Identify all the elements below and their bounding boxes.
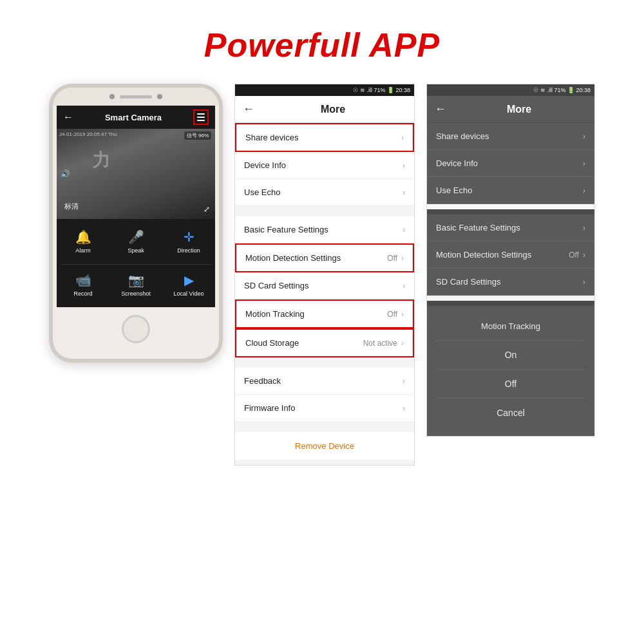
app2-device-info-label: Device Info (436, 158, 478, 168)
app2-basic-feature[interactable]: Basic Feature Settings › (427, 214, 594, 242)
app2-device-info[interactable]: Device Info › (427, 150, 594, 177)
screenshot-icon: 📷 (128, 272, 144, 288)
app2-gap2 (427, 301, 594, 306)
app2-use-echo-chevron: › (583, 186, 585, 195)
app1-use-echo-label: Use Echo (244, 187, 280, 197)
record-icon: 📹 (75, 272, 91, 288)
motion-tracking-on-button[interactable]: On (436, 341, 585, 370)
app1-feedback-chevron: › (402, 377, 405, 386)
local-video-button[interactable]: ▶ Local Video (162, 269, 215, 301)
content-area: ← Smart Camera J4-01-2019 20:05:47 Thu 信… (0, 64, 644, 466)
app1-motion-tracking-label: Motion Tracking (245, 309, 305, 319)
motion-tracking-dialog: Motion Tracking On Off Cancel (427, 306, 594, 436)
app1-sd-card-chevron: › (402, 281, 405, 290)
app2-motion-detection[interactable]: Motion Detection Settings Off › (427, 242, 594, 269)
app2-motion-detection-value: Off (569, 251, 579, 260)
app1-gap1 (235, 211, 414, 216)
app1-back-button[interactable]: ← (243, 102, 254, 116)
app2-basic-feature-chevron: › (583, 223, 585, 232)
app2-section-top: Share devices › Device Info › Use Echo › (427, 123, 594, 204)
app1-title: More (260, 104, 406, 115)
app1-motion-detection-chevron: › (401, 254, 404, 263)
motion-tracking-cancel-button[interactable]: Cancel (436, 399, 585, 427)
app1-remove-device[interactable]: Remove Device (235, 432, 414, 460)
app1-section-3: Feedback › Firmware Info › (235, 368, 414, 422)
camera-signal: 信号 96% (184, 131, 211, 140)
app2-use-echo[interactable]: Use Echo › (427, 177, 594, 204)
phone-body: ← Smart Camera J4-01-2019 20:05:47 Thu 信… (49, 84, 223, 363)
app1-gap2 (235, 363, 414, 368)
camera-fullscreen-icon[interactable]: ⤢ (204, 205, 210, 214)
phone-back-icon[interactable]: ← (63, 111, 73, 123)
speak-button[interactable]: 🎤 Speak (109, 225, 162, 258)
app2-basic-feature-label: Basic Feature Settings (436, 223, 520, 232)
app-screen-2: ☉ ≋ .ill 71% 🔋 20:38 ← More Share device… (426, 84, 595, 437)
app1-device-info[interactable]: Device Info › (235, 152, 414, 179)
app1-motion-tracking[interactable]: Motion Tracking Off › (235, 299, 414, 328)
app1-cloud-storage-value: Not active (363, 339, 397, 348)
app2-back-button[interactable]: ← (435, 102, 446, 116)
app2-device-info-chevron: › (583, 159, 585, 168)
direction-button[interactable]: ✛ Direction (162, 225, 215, 258)
app1-feedback[interactable]: Feedback › (235, 368, 414, 395)
camera-quality-label: 标清 (64, 202, 79, 211)
app1-use-echo[interactable]: Use Echo › (235, 179, 414, 206)
phone-actions-row2: 📹 Record 📷 Screenshot ▶ Local Video (57, 265, 215, 307)
app1-firmware-info-chevron: › (402, 404, 405, 413)
app2-sd-card-chevron: › (583, 278, 585, 287)
app1-share-devices[interactable]: Share devices › (235, 123, 414, 152)
app1-section-1: Share devices › Device Info › Use Echo › (235, 123, 414, 206)
app2-share-devices[interactable]: Share devices › (427, 123, 594, 150)
screenshot-button[interactable]: 📷 Screenshot (109, 269, 162, 301)
app2-status-text: ☉ ≋ .ill 71% 🔋 20:38 (533, 87, 591, 93)
app1-sd-card-label: SD Card Settings (244, 281, 308, 290)
app2-sd-card[interactable]: SD Card Settings › (427, 269, 594, 296)
phone-screen: ← Smart Camera J4-01-2019 20:05:47 Thu 信… (57, 106, 215, 307)
app-screen-1: ☉ ≋ .ill 71% 🔋 20:38 ← More Share device… (234, 84, 415, 466)
app1-motion-tracking-value: Off (387, 310, 397, 319)
alarm-icon: 🔔 (75, 229, 91, 245)
motion-tracking-off-button[interactable]: Off (436, 370, 585, 399)
phone-top-bar (53, 88, 219, 106)
phone-menu-button[interactable] (193, 109, 209, 125)
local-video-label: Local Video (174, 290, 204, 297)
app1-cloud-storage[interactable]: Cloud Storage Not active › (235, 328, 414, 357)
camera-background (57, 129, 215, 219)
record-button[interactable]: 📹 Record (57, 269, 109, 301)
app2-header: ← More (427, 96, 594, 123)
camera-speaker-icon[interactable]: 🔊 (61, 169, 70, 178)
app1-cloud-storage-chevron: › (401, 339, 404, 348)
app2-section-2: Basic Feature Settings › Motion Detectio… (427, 214, 594, 296)
app2-sd-card-label: SD Card Settings (436, 277, 500, 287)
app1-motion-detection-label: Motion Detection Settings (245, 253, 341, 263)
app1-basic-feature-label: Basic Feature Settings (244, 225, 328, 234)
phone-front-camera (109, 94, 115, 99)
app2-motion-detection-label: Motion Detection Settings (436, 250, 531, 260)
direction-icon: ✛ (184, 229, 194, 245)
alarm-button[interactable]: 🔔 Alarm (57, 225, 109, 258)
app1-device-info-chevron: › (402, 161, 405, 170)
app1-basic-feature-chevron: › (402, 225, 405, 234)
app2-share-devices-label: Share devices (436, 131, 489, 141)
app2-title: More (451, 104, 587, 115)
phone-sensor (157, 94, 162, 99)
phone-speaker (120, 95, 152, 99)
speak-label: Speak (128, 247, 144, 254)
app1-share-devices-chevron: › (401, 133, 404, 142)
app1-motion-detection-value: Off (387, 254, 397, 263)
app1-basic-feature[interactable]: Basic Feature Settings › (235, 216, 414, 243)
app1-sd-card[interactable]: SD Card Settings › (235, 272, 414, 299)
camera-overlay-text: 力 (92, 148, 110, 173)
app1-gap3 (235, 427, 414, 432)
app1-device-info-label: Device Info (244, 160, 286, 170)
camera-meta: J4-01-2019 20:05:47 Thu (59, 131, 117, 137)
phone-home-button[interactable] (122, 315, 150, 343)
speak-icon: 🎤 (128, 229, 144, 245)
app2-use-echo-label: Use Echo (436, 185, 472, 195)
app1-firmware-info[interactable]: Firmware Info › (235, 395, 414, 422)
app1-share-devices-label: Share devices (245, 133, 298, 142)
page-title: Powerfull APP (0, 0, 644, 64)
app1-motion-detection[interactable]: Motion Detection Settings Off › (235, 243, 414, 272)
record-label: Record (73, 290, 92, 297)
app1-motion-tracking-chevron: › (401, 310, 404, 319)
